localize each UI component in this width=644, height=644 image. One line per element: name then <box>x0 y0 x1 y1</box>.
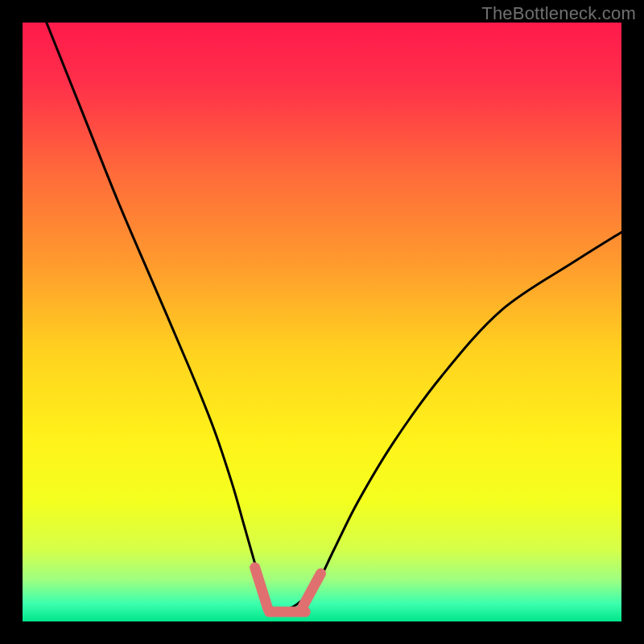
plot-area <box>23 23 621 621</box>
right-marker <box>303 573 320 606</box>
markers-group <box>255 568 321 612</box>
left-marker <box>255 568 268 609</box>
bottleneck-curve <box>47 23 621 611</box>
watermark-text: TheBottleneck.com <box>481 3 636 24</box>
curve-overlay <box>23 23 621 621</box>
chart-frame: TheBottleneck.com <box>0 0 644 644</box>
